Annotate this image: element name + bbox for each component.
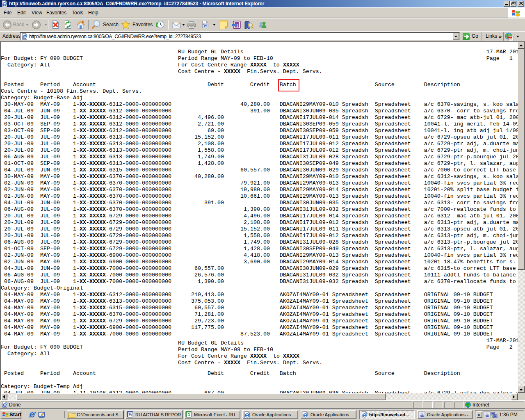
svg-text:W: W: [203, 23, 208, 28]
svg-text:W: W: [128, 413, 132, 417]
svg-text:X: X: [188, 413, 191, 417]
